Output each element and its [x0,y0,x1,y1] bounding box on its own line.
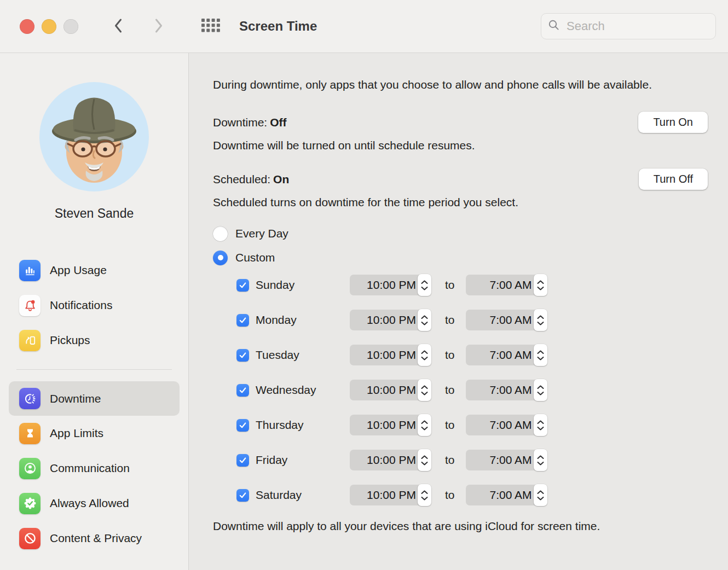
sidebar-item-label: App Limits [50,427,103,440]
start-time-field[interactable]: 10:00 PM [350,450,425,470]
radio-selected-icon[interactable] [213,251,228,265]
start-time-field[interactable]: 10:00 PM [350,275,425,295]
sidebar-item-pickups[interactable]: Pickups [0,323,188,358]
option-custom[interactable]: Custom [213,249,728,266]
time-stepper[interactable] [534,484,547,506]
chevron-down-icon [421,356,428,360]
end-time-field[interactable]: 7:00 AM [466,450,541,470]
time-stepper[interactable] [418,309,431,331]
time-stepper[interactable] [418,449,431,471]
time-stepper[interactable] [534,274,547,296]
to-label: to [445,383,455,397]
zoom-window-button[interactable] [63,19,78,34]
to-label: to [445,348,455,362]
chevron-up-icon [421,455,428,460]
option-every-day[interactable]: Every Day [213,225,728,242]
end-time-field[interactable]: 7:00 AM [466,275,541,295]
chevron-up-icon [537,280,544,284]
chevron-down-icon [537,461,544,466]
custom-schedule-days: Sunday 10:00 PM to 7:00 AM [236,275,728,505]
close-window-button[interactable] [20,19,34,34]
checkbox-checked-icon[interactable] [236,349,249,362]
sidebar-item-label: Always Allowed [50,497,129,510]
time-stepper[interactable] [534,414,547,436]
user-avatar [39,82,149,191]
chevron-down-icon [421,426,428,431]
start-time-field[interactable]: 10:00 PM [350,380,425,400]
sidebar-divider [16,369,172,370]
end-time-field[interactable]: 7:00 AM [466,380,541,400]
minimize-window-button[interactable] [42,19,56,34]
time-stepper[interactable] [534,309,547,331]
dots-grid-icon [201,18,221,35]
sidebar-item-downtime[interactable]: Downtime [9,381,180,416]
chevron-up-icon [537,455,544,460]
sidebar-item-notifications[interactable]: Notifications [0,288,188,323]
to-label: to [445,453,455,467]
chevron-up-icon [421,280,428,284]
end-time-field[interactable]: 7:00 AM [466,485,541,505]
day-row-thursday: Thursday 10:00 PM to 7:00 AM [236,415,728,435]
time-stepper[interactable] [418,344,431,366]
time-stepper[interactable] [418,274,431,296]
chevron-down-icon [421,496,428,501]
checkbox-checked-icon[interactable] [236,384,249,397]
day-row-tuesday: Tuesday 10:00 PM to 7:00 AM [236,345,728,365]
checkbox-checked-icon[interactable] [236,419,249,432]
checkbox-checked-icon[interactable] [236,279,249,292]
chevron-left-icon [112,17,124,36]
sidebar-item-always-allowed[interactable]: Always Allowed [0,486,188,521]
checkbox-checked-icon[interactable] [236,454,249,467]
chevron-up-icon [421,350,428,354]
chevron-down-icon [537,426,544,431]
search-field[interactable] [541,13,716,39]
time-stepper[interactable] [418,414,431,436]
time-stepper[interactable] [418,484,431,506]
start-time-field[interactable]: 10:00 PM [350,415,425,435]
chevron-down-icon [421,461,428,466]
start-time-field[interactable]: 10:00 PM [350,485,425,505]
show-all-settings-button[interactable] [199,16,223,36]
sidebar-item-app-limits[interactable]: App Limits [0,416,188,451]
forward-button[interactable] [151,16,167,36]
chevron-up-icon [537,315,544,319]
bar-chart-icon [19,260,41,281]
time-stepper[interactable] [534,344,547,366]
sidebar-item-communication[interactable]: Communication [0,451,188,486]
sidebar-item-content-privacy[interactable]: Content & Privacy [0,521,188,556]
dusk-clock-icon [19,388,41,409]
page-title: Screen Time [239,19,317,34]
day-row-saturday: Saturday 10:00 PM to 7:00 AM [236,485,728,505]
chevron-up-icon [537,385,544,389]
chevron-down-icon [421,286,428,290]
titlebar: Screen Time [0,0,728,53]
prohibition-icon [19,528,41,549]
start-time-field[interactable]: 10:00 PM [350,345,425,365]
sidebar-item-label: Communication [50,462,130,475]
back-button[interactable] [110,16,126,36]
time-stepper[interactable] [418,379,431,401]
checkbox-checked-icon[interactable] [236,489,249,502]
day-label: Wednesday [256,383,350,397]
end-time-field[interactable]: 7:00 AM [466,415,541,435]
checkbox-checked-icon[interactable] [236,314,249,327]
bell-badge-icon [19,295,41,316]
chevron-right-icon [153,17,165,36]
radio-unselected-icon[interactable] [213,226,228,241]
end-time-field[interactable]: 7:00 AM [466,345,541,365]
sidebar-item-app-usage[interactable]: App Usage [0,253,188,288]
end-time-field[interactable]: 7:00 AM [466,310,541,330]
sidebar-item-label: Pickups [50,334,90,347]
downtime-pane: During downtime, only apps that you choo… [189,53,728,570]
screen-time-window: Screen Time [0,0,728,570]
search-icon [548,19,560,33]
time-stepper[interactable] [534,379,547,401]
turn-on-button[interactable]: Turn On [638,112,708,133]
to-label: to [445,488,455,502]
memoji-cowboy-icon [39,184,149,191]
time-stepper[interactable] [534,449,547,471]
search-input[interactable] [565,19,725,34]
turn-off-button[interactable]: Turn Off [639,168,708,190]
start-time-field[interactable]: 10:00 PM [350,310,425,330]
day-row-friday: Friday 10:00 PM to 7:00 AM [236,450,728,470]
